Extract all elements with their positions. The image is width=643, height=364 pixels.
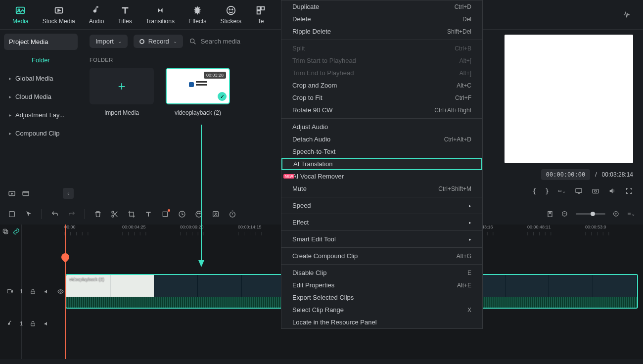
ctx-ai-vocal-remover[interactable]: NEWAI Vocal Remover: [281, 170, 482, 182]
monitor-icon[interactable]: [575, 187, 583, 195]
sidebar-adjustment-layer[interactable]: ▸Adjustment Lay...: [4, 107, 78, 123]
media-icon: [15, 5, 26, 16]
link-icon[interactable]: [12, 228, 20, 235]
tab-stickers[interactable]: Stickers: [220, 5, 241, 25]
performance-icon[interactable]: [623, 11, 631, 19]
lock-icon[interactable]: [29, 287, 37, 295]
ctx-disable-clip[interactable]: Disable ClipE: [281, 267, 482, 279]
sidebar-global-media[interactable]: ▸Global Media: [4, 70, 78, 87]
chevron-down-icon: ⌄: [173, 39, 177, 44]
video-track-head: 1: [0, 274, 64, 309]
ctx-rotate[interactable]: Rotate 90 CWCtrl+Alt+Right: [281, 104, 482, 116]
tab-templates[interactable]: Te: [255, 5, 266, 25]
lock-icon[interactable]: [29, 319, 37, 327]
svg-rect-19: [9, 211, 15, 217]
select-tool-icon[interactable]: [8, 210, 16, 218]
delete-icon[interactable]: [94, 210, 102, 218]
speed-icon[interactable]: [178, 210, 186, 218]
playhead[interactable]: [65, 225, 66, 359]
text-icon[interactable]: [144, 210, 152, 218]
ctx-detach-audio[interactable]: Detach AudioCtrl+Alt+D: [281, 133, 482, 145]
crop-icon[interactable]: [128, 210, 136, 218]
marker-icon[interactable]: [546, 210, 554, 218]
tab-stock-media[interactable]: Stock Media: [43, 5, 75, 25]
time-separator: /: [595, 171, 597, 178]
svg-rect-16: [576, 188, 582, 192]
ctx-export-selected[interactable]: Export Selected Clips: [281, 291, 482, 304]
ctx-select-clip-range[interactable]: Select Clip RangeX: [281, 304, 482, 316]
ctx-compound[interactable]: Create Compound ClipAlt+G: [281, 250, 482, 262]
mute-track-icon[interactable]: [43, 287, 50, 295]
search-media[interactable]: Search media: [189, 38, 240, 46]
mark-out-icon[interactable]: }: [545, 187, 549, 195]
titles-icon: [120, 5, 131, 16]
zoom-in-icon[interactable]: [612, 210, 620, 218]
ctx-ripple-delete[interactable]: Ripple DeleteShift+Del: [281, 25, 482, 38]
green-screen-icon[interactable]: [212, 210, 220, 218]
import-media-card[interactable]: + Import Media: [90, 68, 154, 116]
preview-canvas[interactable]: [505, 35, 633, 163]
sidebar-project-media[interactable]: Project Media: [4, 34, 78, 50]
tab-transitions[interactable]: Transitions: [146, 5, 175, 25]
svg-point-5: [232, 9, 233, 10]
ctx-speed[interactable]: Speed▸: [281, 199, 482, 212]
tab-label: Stickers: [220, 18, 241, 25]
label: Global Media: [15, 75, 53, 82]
record-button[interactable]: Record⌄: [134, 35, 183, 48]
sidebar-compound-clip[interactable]: ▸Compound Clip: [4, 125, 78, 141]
sidebar-cloud-media[interactable]: ▸Cloud Media: [4, 89, 78, 105]
svg-rect-37: [629, 214, 629, 214]
tab-media[interactable]: Media: [12, 5, 29, 25]
ratio-icon[interactable]: ⌄: [558, 187, 566, 195]
ctx-locate-resource[interactable]: Locate in the Resource Panel: [281, 316, 482, 328]
crop-frame-icon[interactable]: [161, 210, 169, 218]
svg-rect-22: [163, 212, 167, 216]
ctx-ai-translation[interactable]: AI Translation: [281, 158, 482, 170]
card-label: Import Media: [104, 109, 139, 116]
new-folder-icon[interactable]: [8, 189, 16, 197]
ctx-crop-fit[interactable]: Crop to FitCtrl+F: [281, 91, 482, 104]
ctx-mute[interactable]: MuteCtrl+Shift+M: [281, 182, 482, 195]
grid-view-icon[interactable]: ⌄: [627, 210, 635, 218]
ctx-adjust-audio[interactable]: Adjust Audio: [281, 121, 482, 133]
ctx-duplicate[interactable]: DuplicateCtrl+D: [281, 0, 482, 13]
collapse-sidebar-button[interactable]: ‹: [63, 188, 74, 199]
plus-icon: +: [118, 79, 125, 94]
media-clip-card[interactable]: 00:03:28 ✓ videoplayback (2): [166, 68, 230, 116]
mark-in-icon[interactable]: {: [532, 187, 536, 195]
ctx-delete[interactable]: DeleteDel: [281, 13, 482, 25]
card-label: videoplayback (2): [175, 109, 221, 116]
copy-icon[interactable]: [1, 228, 9, 235]
ctx-speech-to-text[interactable]: Speech-to-Text: [281, 145, 482, 158]
snapshot-icon[interactable]: [592, 187, 599, 195]
undo-icon[interactable]: [51, 210, 59, 218]
timer-icon[interactable]: [229, 210, 236, 218]
visible-icon[interactable]: [56, 287, 64, 295]
import-button[interactable]: Import⌄: [90, 35, 128, 48]
ctx-effect[interactable]: Effect▸: [281, 216, 482, 228]
ctx-edit-properties[interactable]: Edit PropertiesAlt+E: [281, 279, 482, 291]
tab-titles[interactable]: Titles: [118, 5, 132, 25]
ctx-crop-zoom[interactable]: Crop and ZoomAlt+C: [281, 79, 482, 91]
tab-effects[interactable]: Effects: [188, 5, 206, 25]
fullscreen-icon[interactable]: [625, 187, 633, 195]
ctx-smart-edit[interactable]: Smart Edit Tool▸: [281, 233, 482, 245]
split-icon[interactable]: [111, 210, 119, 218]
tab-audio[interactable]: Audio: [89, 5, 104, 25]
volume-icon[interactable]: [608, 187, 616, 195]
search-icon: [189, 38, 197, 46]
sidebar-folder[interactable]: Folder: [4, 52, 78, 68]
stickers-icon: [226, 5, 236, 16]
clip-preview-icon: [188, 80, 208, 92]
svg-rect-41: [7, 290, 11, 293]
video-track-icon[interactable]: [6, 287, 14, 295]
mute-track-icon[interactable]: [43, 319, 50, 327]
tab-label: Stock Media: [43, 18, 75, 25]
cursor-icon[interactable]: [25, 210, 33, 218]
zoom-slider[interactable]: [576, 213, 605, 215]
chevron-right-icon: ▸: [469, 237, 471, 242]
audio-track-icon[interactable]: [6, 319, 14, 327]
bin-icon[interactable]: [22, 189, 30, 197]
zoom-out-icon[interactable]: [561, 210, 569, 218]
redo-icon[interactable]: [68, 210, 76, 218]
